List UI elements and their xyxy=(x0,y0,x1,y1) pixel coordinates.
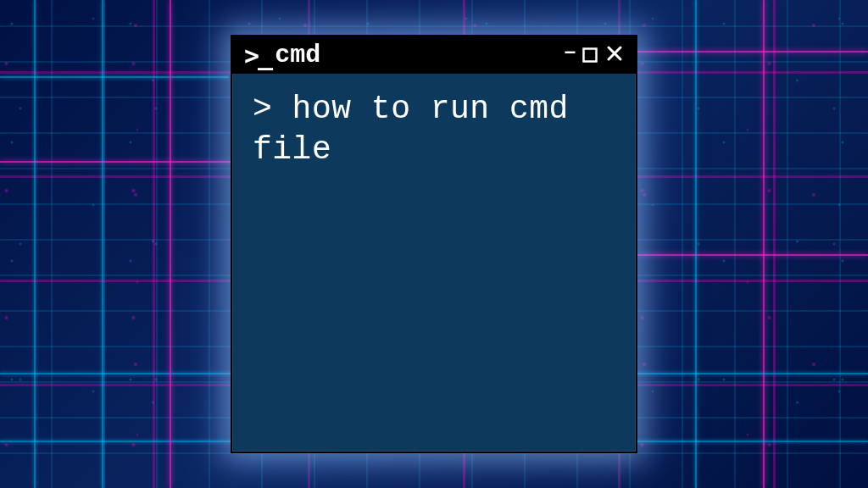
window-title: cmd xyxy=(275,41,320,69)
window-controls: – xyxy=(562,45,626,65)
close-icon xyxy=(606,45,623,62)
square-icon xyxy=(582,47,598,63)
maximize-button[interactable] xyxy=(580,47,600,63)
terminal-prompt-icon: >_ xyxy=(244,41,271,70)
terminal-line: > how to run cmd file xyxy=(253,89,615,169)
terminal-window: >_ cmd – > how to run cmd file xyxy=(231,35,637,453)
terminal-body[interactable]: > how to run cmd file xyxy=(232,74,636,185)
close-button[interactable] xyxy=(604,45,626,65)
minimize-button[interactable]: – xyxy=(562,41,576,61)
window-titlebar[interactable]: >_ cmd – xyxy=(232,36,636,74)
prompt-symbol: > xyxy=(253,91,292,127)
titlebar-left: >_ cmd xyxy=(244,41,320,70)
svg-rect-0 xyxy=(584,49,597,62)
command-text: how to run cmd file xyxy=(253,91,588,168)
